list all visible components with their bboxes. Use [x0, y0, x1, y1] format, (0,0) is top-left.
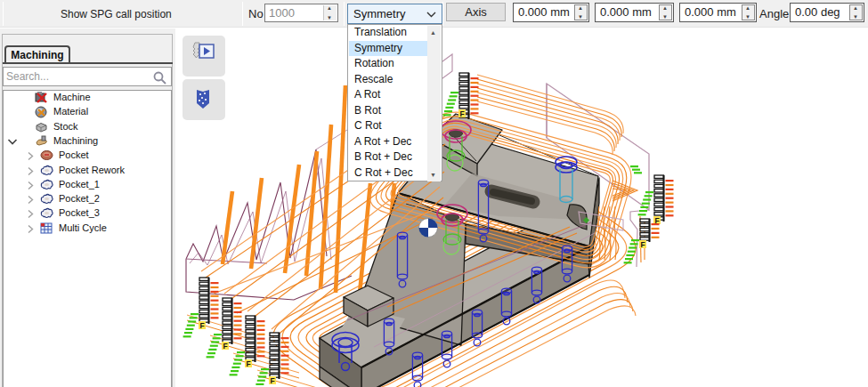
svg-text:F: F [271, 376, 275, 385]
svg-text:F: F [247, 359, 251, 368]
svg-text:F: F [641, 240, 645, 249]
svg-text:F: F [200, 321, 205, 330]
svg-text:F: F [460, 109, 465, 118]
svg-text:F: F [223, 342, 228, 351]
